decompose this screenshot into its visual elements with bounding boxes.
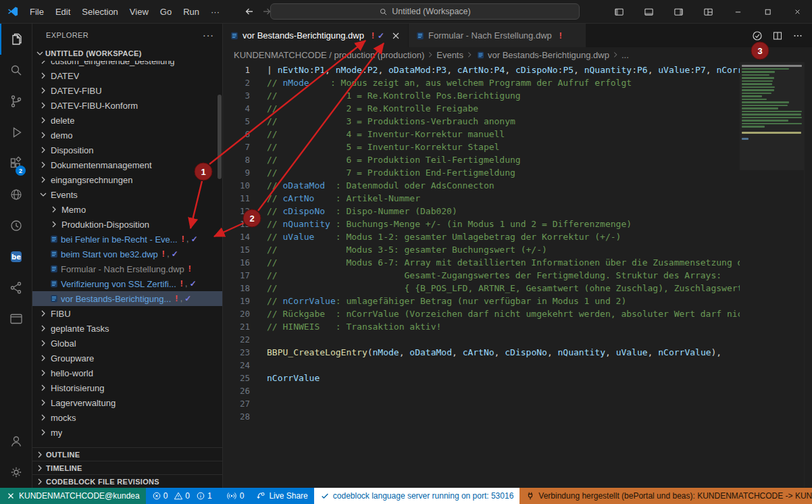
line-number: 19 — [223, 295, 250, 307]
tree-item-global[interactable]: Global — [32, 336, 222, 351]
status-live-share[interactable]: Live Share — [250, 488, 313, 504]
tree-item-label: vor Bestands-Berichtigung... — [61, 294, 171, 304]
check-circle-icon[interactable] — [748, 27, 766, 45]
breadcrumb-item[interactable]: Events — [436, 50, 463, 60]
tree-item-dokumentenmanagement[interactable]: Dokumentenmanagement — [32, 157, 222, 172]
activity-account[interactable] — [0, 426, 32, 457]
tab-formular-nach-erstellung-dwp[interactable]: Formular - Nach Erstellung.dwp! — [409, 24, 586, 47]
minimap-line — [742, 89, 774, 91]
tree-item-eingangsrechnungen[interactable]: eingangsrechnungen — [32, 172, 222, 187]
customize-layout-icon[interactable] — [693, 0, 723, 23]
tree-item-historisierung[interactable]: Historisierung — [32, 380, 222, 395]
menu-run[interactable]: Run — [178, 4, 205, 20]
activity-source-control[interactable] — [0, 86, 32, 117]
code-area[interactable]: 1| nEvtNo:P1, nMode:P2, oDataMod:P3, cAr… — [223, 64, 740, 488]
toggle-sidebar-icon[interactable] — [604, 0, 634, 23]
chevron-down-icon — [38, 189, 49, 200]
menu-view[interactable]: View — [124, 4, 154, 20]
close-window-button[interactable] — [782, 0, 812, 23]
go-back-button[interactable] — [244, 6, 255, 17]
warning-decoration: ! — [188, 264, 191, 274]
tree-item-custom-eingehende-bestellung[interactable]: custom_eingehende_bestellung — [32, 61, 222, 68]
status-label: KUNDENMATCHCODE@kundea — [19, 491, 140, 501]
tree-item-delete[interactable]: delete — [32, 113, 222, 128]
split-editor-icon[interactable] — [769, 27, 786, 45]
explorer-actions-button[interactable]: ··· — [203, 30, 214, 41]
tree-item-disposition[interactable]: Disposition — [32, 143, 222, 157]
command-center-search[interactable]: Untitled (Workspace) — [270, 3, 580, 20]
toggle-secondary-sidebar-icon[interactable] — [663, 0, 693, 23]
activity-history[interactable] — [0, 210, 32, 241]
line-number: 18 — [223, 282, 250, 295]
activity-beas[interactable]: be — [0, 241, 32, 272]
tree-item-formular-nach-erstellung-dwp[interactable]: Formular - Nach Erstellung.dwp! — [32, 261, 222, 276]
status-language-server[interactable]: codeblock language server running on por… — [314, 488, 520, 504]
activity-search[interactable] — [0, 55, 32, 86]
line-number: 24 — [223, 359, 250, 372]
status-label: Verbindung hergestellt (bePortal und bea… — [538, 491, 812, 501]
tab-vor-bestands-berichtigung-dwp[interactable]: vor Bestands-Berichtigung.dwp!✓ — [223, 24, 409, 47]
maximize-button[interactable] — [753, 0, 782, 23]
panel-header-codeblock-file-revisions[interactable]: CODEBLOCK FILE REVISIONS — [32, 474, 222, 488]
minimap-line — [742, 71, 775, 73]
panel-header-timeline[interactable]: TIMELINE — [32, 461, 222, 474]
activity-remote-explorer[interactable] — [0, 303, 32, 334]
workspace-section-header[interactable]: UNTITLED (WORKSPACE) — [32, 46, 222, 61]
activity-run-debug[interactable] — [0, 117, 32, 148]
tree-item-demo[interactable]: demo — [32, 128, 222, 143]
activity-live-share[interactable] — [0, 179, 32, 210]
tree-item-datev-fibu[interactable]: DATEV-FIBU — [32, 83, 222, 98]
line-number: 4 — [223, 102, 250, 115]
tree-item-memo[interactable]: Memo — [32, 202, 222, 217]
status-ports[interactable]: 0 — [221, 488, 251, 504]
tree-item-datev-fibu-konform[interactable]: DATEV-FIBU-Konform — [32, 98, 222, 113]
activity-explorer[interactable] — [0, 24, 32, 55]
breadcrumb-item[interactable]: ... — [621, 50, 629, 60]
tree-item-events[interactable]: Events — [32, 187, 222, 202]
tree-item-lagerverwaltung[interactable]: Lagerverwaltung — [32, 395, 222, 410]
minimap[interactable] — [740, 62, 804, 488]
tree-item-produktion-disposition[interactable]: Produktion-Disposition — [32, 217, 222, 232]
tree-item-geplante-tasks[interactable]: geplante Tasks — [32, 321, 222, 336]
tree-item-beim-start-von-be32-dwp[interactable]: beim Start von be32.dwp! , ✓ — [32, 247, 222, 261]
extensions-badge: 2 — [16, 166, 26, 176]
menu-file[interactable]: File — [24, 4, 49, 20]
menu-selection[interactable]: Selection — [76, 4, 123, 20]
status-problems[interactable]: 001 — [146, 488, 221, 504]
line-content: // Modus 6-7: Array mit detaillierten In… — [250, 256, 740, 269]
status-remote[interactable]: KUNDENMATCHCODE@kundea — [0, 488, 146, 504]
tree-item-groupware[interactable]: Groupware — [32, 351, 222, 366]
activity-share[interactable] — [0, 272, 32, 303]
more-actions-icon[interactable] — [789, 27, 807, 45]
activity-extensions[interactable]: 2 — [0, 148, 32, 179]
activity-settings[interactable] — [0, 457, 32, 488]
menu-overflow-button[interactable]: ··· — [205, 4, 225, 20]
editor[interactable]: 1| nEvtNo:P1, nMode:P2, oDataMod:P3, cAr… — [223, 62, 812, 488]
tree-item-fibu[interactable]: FIBU — [32, 306, 222, 321]
breadcrumb-label: ... — [621, 50, 629, 60]
chevron-right-icon — [38, 368, 49, 378]
breadcrumb-item[interactable]: KUNDENMATCHCODE / production (production… — [234, 50, 424, 60]
tree-item-label: eingangsrechnungen — [51, 175, 132, 185]
tree-item-my[interactable]: my — [32, 425, 222, 440]
decoration-separator: , — [183, 279, 190, 288]
sidebar-scrollbar[interactable] — [218, 95, 222, 179]
panel-header-outline[interactable]: OUTLINE — [32, 447, 222, 461]
code-line: 3// 1 = Re.Kontrolle Pos.Berichtigung — [223, 89, 740, 102]
breadcrumb-item[interactable]: vor Bestands-Berichtigung.dwp — [476, 50, 609, 60]
tree-item-datev[interactable]: DATEV — [32, 68, 222, 83]
tree-item-hello-world[interactable]: hello-world — [32, 366, 222, 380]
tree-item-bei-fehler-in-be-recht-eve[interactable]: bei Fehler in be-Recht - Eve...! , ✓ — [32, 232, 222, 247]
status-connection[interactable]: Verbindung hergestellt (bePortal und bea… — [519, 488, 812, 504]
minimap-line — [742, 105, 788, 107]
source-control-icon — [8, 93, 24, 109]
toggle-panel-icon[interactable] — [634, 0, 663, 23]
tree-item-mocks[interactable]: mocks — [32, 410, 222, 425]
tree-item-verifizierung-von-ssl-zertifi[interactable]: Verifizierung von SSL Zertifi...! , ✓ — [32, 276, 222, 291]
minimize-button[interactable] — [723, 0, 753, 23]
tree-item-vor-bestands-berichtigung[interactable]: vor Bestands-Berichtigung...! , ✓ — [32, 291, 222, 306]
menu-go[interactable]: Go — [155, 4, 177, 20]
code-line: 21// HINWEIS : Transaktion aktiv! — [223, 320, 740, 333]
tab-close-button[interactable] — [390, 30, 401, 41]
menu-edit[interactable]: Edit — [50, 4, 76, 20]
